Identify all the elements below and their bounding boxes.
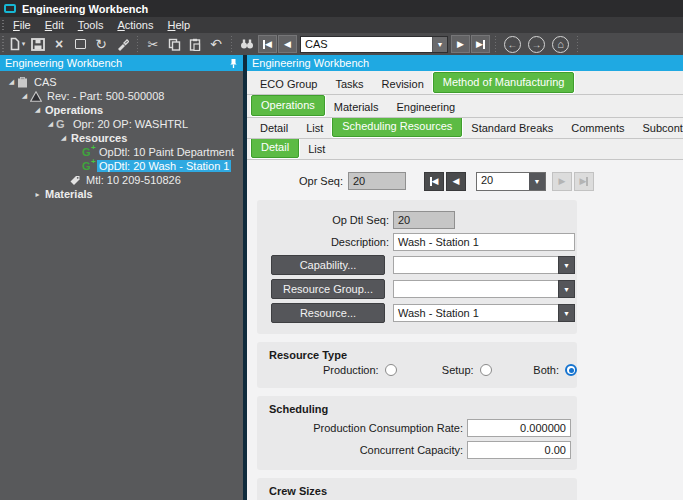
- tab-subcontract[interactable]: Subcontract: [633, 119, 683, 138]
- record-combo-dropdown-icon[interactable]: ▼: [432, 37, 447, 52]
- tree-item-mtl-10[interactable]: Mtl: 10 209-510826: [0, 173, 243, 187]
- brush-button[interactable]: [112, 34, 132, 54]
- previous-record-button[interactable]: ◀: [278, 35, 297, 53]
- resource-group-combo[interactable]: ▼: [393, 280, 575, 298]
- expand-arrow-icon[interactable]: ◢: [19, 92, 30, 100]
- menu-tools[interactable]: Tools: [71, 18, 111, 32]
- tab-standard-breaks[interactable]: Standard Breaks: [462, 119, 562, 138]
- new-dropdown-caret-icon[interactable]: ▾: [22, 40, 26, 48]
- tab-sched-detail[interactable]: Detail: [251, 139, 299, 158]
- tab-revision[interactable]: Revision: [373, 75, 433, 94]
- menubar-grip[interactable]: [2, 20, 4, 30]
- clear-button[interactable]: [70, 34, 90, 54]
- expand-arrow-icon[interactable]: ◢: [6, 78, 17, 86]
- tree-panel-title: Engineering Workbench: [5, 57, 229, 69]
- next-record-icon: ▶: [457, 39, 464, 49]
- tree-item-label: OpDtl: 10 Paint Department: [97, 146, 236, 158]
- opdtl-seq-combo[interactable]: 20 ▼: [476, 172, 546, 191]
- resource-group-button[interactable]: Resource Group...: [271, 279, 385, 299]
- tab-tasks[interactable]: Tasks: [326, 75, 372, 94]
- tree-item-opr-20[interactable]: ◢ G Opr: 20 OP: WASHTRL: [0, 117, 243, 131]
- expand-arrow-icon[interactable]: ◢: [45, 120, 56, 128]
- resource-group-dropdown-icon[interactable]: ▼: [558, 280, 575, 298]
- tab-method-of-manufacturing[interactable]: Method of Manufacturing: [433, 72, 575, 93]
- tree-panel: Engineering Workbench ◢ CAS ◢ Rev: - Par…: [0, 55, 243, 500]
- tab-detail[interactable]: Detail: [251, 119, 297, 138]
- tab-list[interactable]: List: [297, 119, 332, 138]
- toolbar-separator: [137, 36, 138, 52]
- tab-eco-group[interactable]: ECO Group: [251, 75, 326, 94]
- tab-sched-list[interactable]: List: [299, 140, 334, 159]
- new-button[interactable]: ▾: [7, 34, 27, 54]
- delete-button[interactable]: ×: [49, 34, 69, 54]
- tab-operations[interactable]: Operations: [251, 95, 325, 116]
- next-record-button[interactable]: ▶: [451, 35, 470, 53]
- pin-icon[interactable]: [229, 58, 238, 69]
- resource-combo[interactable]: Wash - Station 1 ▼: [393, 304, 575, 322]
- resource-row: Resource... Wash - Station 1 ▼: [257, 303, 577, 323]
- tab-scheduling-resources[interactable]: Scheduling Resources: [332, 118, 462, 137]
- home-button[interactable]: ⌂: [552, 36, 569, 53]
- previous-opdtl-button[interactable]: ◀: [446, 172, 466, 191]
- menu-help[interactable]: Help: [161, 18, 198, 32]
- last-record-button[interactable]: ▶: [471, 35, 490, 53]
- collapsed-arrow-icon[interactable]: ▸: [32, 190, 43, 199]
- opdtl-seq-combo-dropdown-icon[interactable]: ▼: [529, 173, 545, 190]
- both-radio[interactable]: [565, 364, 577, 376]
- tree-item-operations[interactable]: ◢ Operations: [0, 103, 243, 117]
- opdtl-seq-combo-value[interactable]: 20: [477, 173, 529, 190]
- cut-button[interactable]: ✂: [143, 34, 163, 54]
- tree-item-materials[interactable]: ▸ Materials: [0, 187, 243, 201]
- record-combo[interactable]: CAS ▼: [300, 36, 448, 53]
- tab-engineering[interactable]: Engineering: [387, 98, 464, 117]
- tree-item-resources[interactable]: ◢ Resources: [0, 131, 243, 145]
- circle-back-arrow-icon: ←: [508, 39, 518, 50]
- tab-strip-level2: Operations Materials Engineering: [247, 95, 683, 118]
- expand-arrow-icon[interactable]: ◢: [32, 106, 43, 114]
- paste-button[interactable]: [185, 34, 205, 54]
- resource-button[interactable]: Resource...: [271, 303, 385, 323]
- menu-actions[interactable]: Actions: [110, 18, 160, 32]
- detail-panel-header: Engineering Workbench: [247, 55, 683, 71]
- production-consumption-rate-field[interactable]: 0.000000: [467, 419, 571, 437]
- production-consumption-rate-row: Production Consumption Rate: 0.000000: [257, 419, 577, 437]
- setup-radio[interactable]: [480, 364, 492, 376]
- resource-type-title: Resource Type: [269, 349, 577, 361]
- concurrent-capacity-field[interactable]: 0.00: [467, 441, 571, 459]
- resource-combo-value[interactable]: Wash - Station 1: [398, 307, 479, 319]
- description-field[interactable]: Wash - Station 1: [393, 233, 575, 251]
- last-opdtl-button: ▶: [574, 172, 594, 191]
- first-opdtl-button[interactable]: ◀: [424, 172, 444, 191]
- save-button[interactable]: [28, 34, 48, 54]
- resource-dropdown-icon[interactable]: ▼: [558, 304, 575, 322]
- tree-item-opdtl-10[interactable]: G+ OpDtl: 10 Paint Department: [0, 145, 243, 159]
- capability-button[interactable]: Capability...: [271, 255, 385, 275]
- capability-combo[interactable]: ▼: [393, 256, 575, 274]
- refresh-button[interactable]: ↻: [91, 34, 111, 54]
- back-button[interactable]: ←: [504, 36, 521, 53]
- tree-item-label: Mtl: 10 209-510826: [84, 174, 183, 186]
- last-icon: [586, 177, 588, 186]
- clear-square-icon: [75, 39, 86, 49]
- tab-comments[interactable]: Comments: [562, 119, 633, 138]
- window-title: Engineering Workbench: [22, 3, 148, 15]
- menu-file[interactable]: File: [6, 18, 38, 32]
- record-combo-value[interactable]: CAS: [301, 38, 432, 50]
- search-button[interactable]: [237, 34, 257, 54]
- production-radio[interactable]: [385, 364, 397, 376]
- undo-button[interactable]: ↶: [206, 34, 226, 54]
- tab-materials[interactable]: Materials: [325, 98, 388, 117]
- setup-radio-label: Setup:: [442, 364, 474, 376]
- tree-item-opdtl-20[interactable]: G+ OpDtl: 20 Wash - Station 1: [0, 159, 243, 173]
- copy-button[interactable]: [164, 34, 184, 54]
- forward-button[interactable]: →: [528, 36, 545, 53]
- detail-group: Op Dtl Seq: 20 Description: Wash - Stati…: [257, 200, 577, 334]
- expand-arrow-icon[interactable]: ◢: [58, 134, 69, 142]
- resource-type-group: Resource Type Production: Setup: Both:: [257, 342, 577, 388]
- tree-item-revision[interactable]: ◢ Rev: - Part: 500-500008: [0, 89, 243, 103]
- first-record-button[interactable]: ◀: [258, 35, 277, 53]
- capability-dropdown-icon[interactable]: ▼: [558, 256, 575, 274]
- tree-item-cas[interactable]: ◢ CAS: [0, 75, 243, 89]
- toolbar-grip[interactable]: [2, 36, 4, 52]
- menu-edit[interactable]: Edit: [38, 18, 71, 32]
